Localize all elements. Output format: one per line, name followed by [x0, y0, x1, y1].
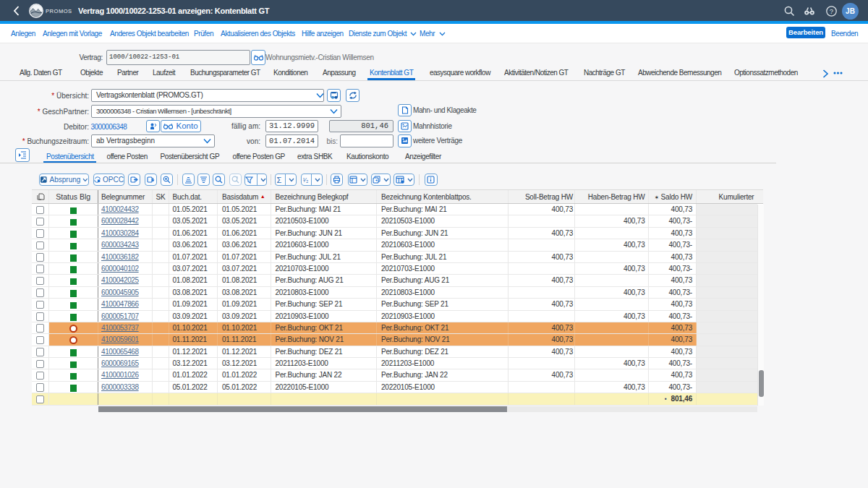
svg-text:?: ? — [830, 7, 833, 15]
